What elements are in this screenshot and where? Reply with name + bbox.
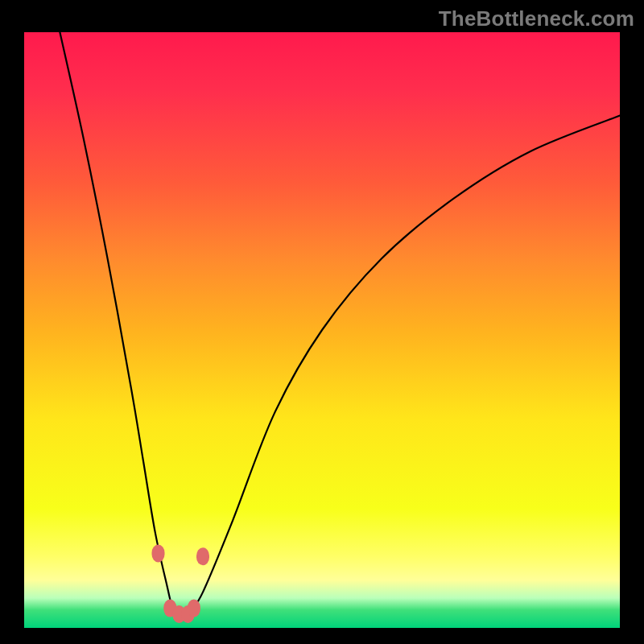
marker-dot [152,545,165,563]
watermark-text: TheBottleneck.com [439,6,634,31]
marker-dot [196,547,209,565]
marker-dot [188,600,200,617]
marker-group [152,545,210,623]
chart-plot-area [24,32,620,628]
chart-svg [24,32,620,628]
bottleneck-curve-path [60,32,620,617]
